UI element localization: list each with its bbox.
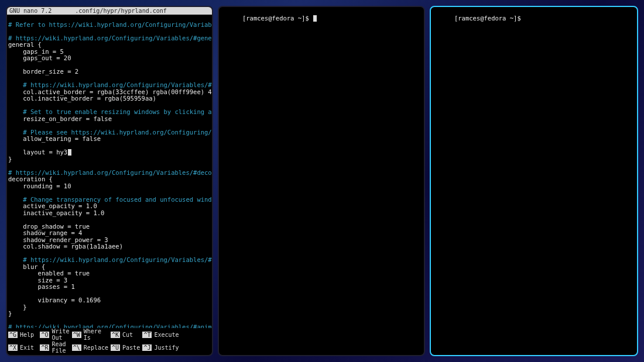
nano-shortcut: ^GHelp xyxy=(8,328,37,341)
shortcut-label: Execute xyxy=(154,332,179,338)
shortcut-label: Justify xyxy=(154,344,179,351)
cursor-icon xyxy=(313,15,317,22)
shortcut-label: Where Is xyxy=(84,328,108,341)
shortcut-key: ^U xyxy=(111,344,120,351)
scroll-indicator xyxy=(212,241,213,248)
shortcut-label: Exit xyxy=(20,344,34,351)
editor-line: # https://wiki.hyprland.org/Configuring/… xyxy=(8,324,211,328)
nano-content[interactable]: # Refer to https://wiki.hyprland.org/Con… xyxy=(7,15,212,328)
editor-line: col.inactive_border = rgba(595959aa) xyxy=(8,95,211,102)
editor-line: allow_tearing = false xyxy=(8,136,211,143)
shortcut-key: ^K xyxy=(111,332,120,338)
terminal-body[interactable]: [ramces@fedora ~]$ xyxy=(219,7,424,355)
terminal-window-middle[interactable]: [ramces@fedora ~]$ xyxy=(218,6,425,356)
editor-line: } xyxy=(8,311,211,318)
nano-shortcut: ^OWrite Out xyxy=(40,328,69,341)
shortcut-label: Write Out xyxy=(52,328,69,341)
nano-shortcut: ^RRead File xyxy=(40,341,69,354)
nano-titlebar: GNU nano 7.2 .config/hypr/hyprland.conf xyxy=(7,7,212,15)
nano-shortcut: ^TExecute xyxy=(142,328,179,341)
editor-line: layout = hy3 xyxy=(8,149,211,156)
shortcut-key: ^T xyxy=(142,332,152,338)
shortcut-label: Paste xyxy=(122,344,140,351)
workspace: GNU nano 7.2 .config/hypr/hyprland.conf … xyxy=(0,0,644,362)
editor-line: gaps_out = 20 xyxy=(8,55,211,62)
editor-line: inactive_opacity = 1.0 xyxy=(8,210,211,217)
editor-line: vibrancy = 0.1696 xyxy=(8,297,211,304)
editor-line: # Refer to https://wiki.hyprland.org/Con… xyxy=(8,22,211,29)
shortcut-key: ^R xyxy=(40,344,49,351)
nano-file-path: .config/hypr/hyprland.conf xyxy=(52,8,210,14)
shell-prompt: [ramces@fedora ~]$ xyxy=(242,15,313,22)
shortcut-key: ^J xyxy=(142,344,152,351)
nano-shortcut: ^UPaste xyxy=(111,341,140,354)
shortcut-key: ^\ xyxy=(72,344,81,351)
editor-window[interactable]: GNU nano 7.2 .config/hypr/hyprland.conf … xyxy=(6,6,213,356)
terminal-body[interactable]: [ramces@fedora ~]$ xyxy=(431,7,637,355)
editor-line: resize_on_border = false xyxy=(8,116,211,123)
nano-shortcut: ^XExit xyxy=(8,341,37,354)
scroll-indicator xyxy=(212,171,213,241)
cursor-icon xyxy=(68,149,71,156)
nano-shortcut xyxy=(181,328,211,341)
editor-line: border_size = 2 xyxy=(8,68,211,75)
nano-shortcut: ^JJustify xyxy=(142,341,179,354)
shortcut-key: ^O xyxy=(40,332,49,338)
nano-editor-name: GNU nano 7.2 xyxy=(9,8,52,14)
nano-shortcut: ^\Replace xyxy=(72,341,108,354)
shortcut-label: Help xyxy=(20,332,34,338)
shortcut-key: ^X xyxy=(8,344,18,351)
shell-prompt: [ramces@fedora ~]$ xyxy=(454,15,521,22)
nano-shortcut: ^KCut xyxy=(111,328,140,341)
shortcut-key: ^G xyxy=(8,332,18,338)
editor-line: rounding = 10 xyxy=(8,183,211,190)
shortcut-label: Replace xyxy=(84,344,108,351)
editor-line: col.shadow = rgba(1a1a1aee) xyxy=(8,243,211,250)
nano-shortcut: ^WWhere Is xyxy=(72,328,108,341)
editor-line: } xyxy=(8,156,211,163)
nano-shortcut xyxy=(181,341,211,354)
terminal-window-right[interactable]: [ramces@fedora ~]$ xyxy=(430,6,638,356)
nano-shortcuts: ^GHelp^OWrite Out^WWhere Is^KCut^TExecut… xyxy=(7,328,212,355)
editor-line: } xyxy=(8,304,211,311)
shortcut-label: Read File xyxy=(52,341,69,354)
shortcut-key: ^W xyxy=(72,332,81,338)
shortcut-label: Cut xyxy=(122,332,133,338)
editor-line: passes = 1 xyxy=(8,284,211,291)
